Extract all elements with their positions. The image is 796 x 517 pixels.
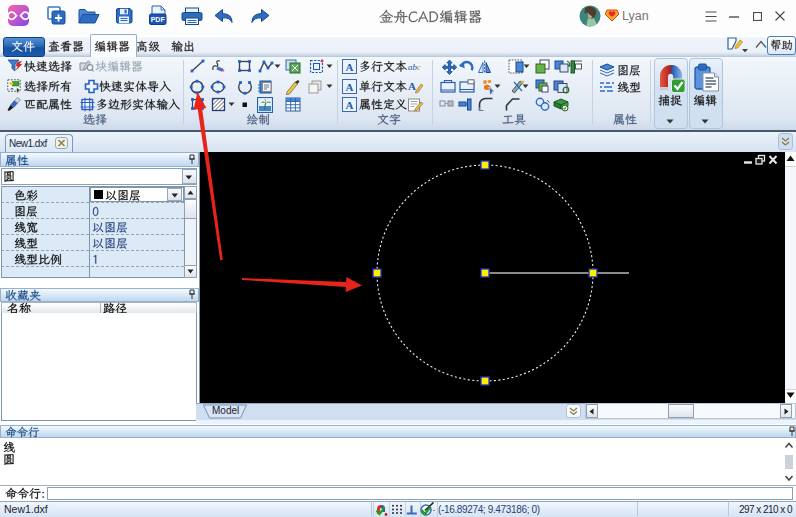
svg-text:A: A: [346, 99, 354, 111]
svg-text:A: A: [346, 61, 354, 73]
svg-text:A: A: [346, 81, 354, 93]
svg-text:PDF: PDF: [151, 16, 166, 23]
svg-text:A: A: [408, 80, 416, 92]
svg-text:c: c: [417, 62, 421, 72]
